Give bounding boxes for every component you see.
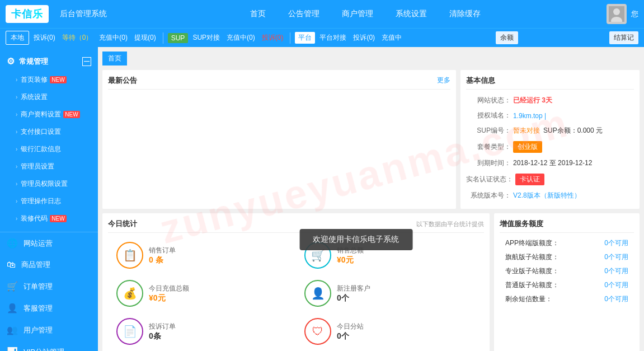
- stat-complaints: 📄 投诉订单 0条: [108, 312, 296, 350]
- logo: 卡信乐: [6, 5, 49, 23]
- sidebar-item-vip[interactable]: 📊 VIP分站管理: [0, 341, 98, 351]
- nav-settings[interactable]: 系统设置: [396, 9, 427, 19]
- sup-connect-tab[interactable]: SUP对接: [190, 32, 222, 44]
- version-value: V2.8版本（新版特性）: [513, 191, 581, 200]
- platform-connect-tab[interactable]: 平台对接: [317, 32, 349, 44]
- remainder-btn[interactable]: 余额: [496, 31, 518, 44]
- arrow-icon: ›: [16, 146, 17, 152]
- sidebar-item-customer-service[interactable]: 👤 客服管理: [0, 297, 98, 319]
- sidebar: ⚙ 常规管理 — › 首页装修 NEW › 系统设置 › 商户资料设置 NEW …: [0, 47, 98, 351]
- header-user-text: 您: [631, 9, 638, 19]
- sidebar-item-orders[interactable]: 🛒 订单管理: [0, 275, 98, 297]
- today-stats-title: 今日统计: [108, 219, 137, 229]
- new-badge3: NEW: [50, 215, 66, 222]
- top-cards-row: 最新公告 更多 基本信息 网站状态： 已经运行 3天 授权域名： 1.9km.t…: [102, 70, 640, 209]
- sidebar-item-website-ops[interactable]: 🌐 网站运营: [0, 232, 98, 254]
- platform-badge: 平台: [295, 32, 315, 44]
- basic-info-title: 基本信息: [466, 76, 634, 90]
- platform-complaint-tab[interactable]: 投诉(0): [351, 32, 377, 44]
- sidebar-item-oplog[interactable]: › 管理操作日志: [0, 193, 98, 210]
- local-tab[interactable]: 本地: [6, 31, 29, 45]
- stat-new-users-info: 新注册客户 0个: [337, 284, 370, 303]
- stat-substations: 🛡 今日分站 0个: [296, 312, 484, 350]
- support-icon: 👤: [7, 303, 18, 313]
- value-added-card: 增值服务额度 APP终端版额度： 0个可用 旗航版子站额度： 0个可用 专业版子…: [494, 213, 640, 351]
- nav-home[interactable]: 首页: [250, 9, 266, 19]
- sup-extra: SUP余额：0.000 元: [543, 126, 603, 135]
- gear-icon: ⚙: [7, 56, 15, 67]
- value-row-standard: 普通版子站额度： 0个可用: [500, 278, 634, 292]
- value-row-app: APP终端版额度： 0个可用: [500, 236, 634, 250]
- collapse-btn[interactable]: —: [82, 57, 91, 66]
- sidebar-item-decoration[interactable]: › 首页装修 NEW: [0, 71, 98, 88]
- value-row-flagship: 旗航版子站额度： 0个可用: [500, 250, 634, 264]
- value-added-title: 增值服务额度: [500, 219, 634, 233]
- package-badge: 创业版: [513, 141, 542, 153]
- breadcrumb: 首页: [102, 52, 127, 65]
- stats-inner: 📋 销售订单 0 条 🛒 销售总额 ¥0元: [108, 236, 484, 350]
- header-nav: 首页 公告管理 商户管理 系统设置 清除缓存: [124, 9, 607, 19]
- sup-value: 暂未对接: [513, 126, 540, 135]
- value-row-professional: 专业版子站额度： 0个可用: [500, 264, 634, 278]
- sidebar-item-system-settings[interactable]: › 系统设置: [0, 88, 98, 106]
- arrow-icon: ›: [16, 216, 17, 222]
- users-icon: 👥: [7, 325, 18, 335]
- announcement-content: [108, 93, 450, 160]
- cart-icon: 🛒: [7, 281, 18, 292]
- withdraw-tab[interactable]: 提现(0): [132, 32, 158, 44]
- recharge-tab[interactable]: 充值中(0): [97, 32, 130, 44]
- sidebar-header-general[interactable]: ⚙ 常规管理 —: [0, 52, 98, 71]
- info-row-package: 套餐类型： 创业版: [466, 138, 634, 156]
- main-layout: ⚙ 常规管理 — › 首页装修 NEW › 系统设置 › 商户资料设置 NEW …: [0, 47, 644, 351]
- info-row-status: 网站状态： 已经运行 3天: [466, 93, 634, 108]
- sidebar-item-products[interactable]: 🛍 商品管理: [0, 254, 98, 275]
- avatar: [607, 4, 627, 24]
- sidebar-item-users[interactable]: 👥 用户管理: [0, 319, 98, 341]
- arrow-icon: ›: [16, 111, 17, 118]
- package-label: 套餐类型：: [466, 142, 511, 152]
- nav-merchant[interactable]: 商户管理: [342, 9, 373, 19]
- cert-label: 实名认证状态：: [466, 175, 513, 184]
- stat-recharge-total: 💰 今日充值总额 ¥0元: [108, 274, 296, 312]
- nav-clear-cache[interactable]: 清除缓存: [449, 9, 481, 19]
- sup-complaint-tab[interactable]: 投诉(0): [260, 32, 286, 44]
- sidebar-item-merchant-info[interactable]: › 商户资料设置 NEW: [0, 106, 98, 123]
- nav-announcement[interactable]: 公告管理: [288, 9, 319, 19]
- status-label: 网站状态：: [466, 96, 511, 105]
- sidebar-item-payment[interactable]: › 支付接口设置: [0, 123, 98, 141]
- sidebar-general-label: 常规管理: [19, 57, 48, 67]
- substations-icon: 🛡: [304, 318, 331, 345]
- system-title: 后台管理系统: [60, 9, 107, 19]
- new-badge2: NEW: [63, 111, 79, 118]
- sup-badge: SUP: [168, 33, 189, 43]
- sidebar-item-bank[interactable]: › 银行汇款信息: [0, 141, 98, 158]
- announcement-more[interactable]: 更多: [437, 76, 450, 86]
- new-users-icon: 👤: [304, 280, 331, 307]
- arrow-icon: ›: [16, 94, 17, 100]
- stat-complaints-info: 投诉订单 0条: [149, 322, 176, 341]
- domain-label: 授权域名：: [466, 111, 511, 120]
- status-value: 已经运行 3天: [513, 96, 552, 105]
- domain-value: 1.9km.top |: [513, 112, 546, 120]
- sidebar-item-permissions[interactable]: › 管理员权限设置: [0, 175, 98, 193]
- website-icon: 🌐: [7, 238, 18, 249]
- waiting-tab[interactable]: 等待（0）: [60, 32, 95, 44]
- expiry-value: 2018-12-12 至 2019-12-12: [513, 158, 592, 168]
- platform-recharge-tab[interactable]: 充值中: [379, 32, 404, 44]
- arrow-icon: ›: [16, 77, 17, 83]
- account-btn[interactable]: 结算记: [609, 31, 638, 44]
- info-row-version: 系统版本号： V2.8版本（新版特性）: [466, 188, 634, 203]
- cert-badge: 卡认证: [515, 174, 544, 185]
- arrow-icon: ›: [16, 163, 17, 170]
- complaint-tab[interactable]: 投诉(0): [31, 32, 58, 44]
- announcement-title: 最新公告 更多: [108, 76, 450, 90]
- sup-recharge-tab[interactable]: 充值中(0): [224, 32, 257, 44]
- stat-new-users: 👤 新注册客户 0个: [296, 274, 484, 312]
- arrow-icon: ›: [16, 129, 17, 135]
- sidebar-item-decoration-code[interactable]: › 装修代码 NEW: [0, 210, 98, 227]
- content: 首页 最新公告 更多 基本信息 网站状态： 已经运行 3天 授权域名：: [98, 47, 644, 351]
- sup-label: SUP编号：: [466, 126, 511, 135]
- sidebar-item-admin[interactable]: › 管理员设置: [0, 158, 98, 175]
- sidebar-section-operations: 🌐 网站运营 🛍 商品管理 🛒 订单管理 👤 客服管理 👥 用户管理 📊: [0, 232, 98, 351]
- expiry-label: 到期时间：: [466, 158, 511, 168]
